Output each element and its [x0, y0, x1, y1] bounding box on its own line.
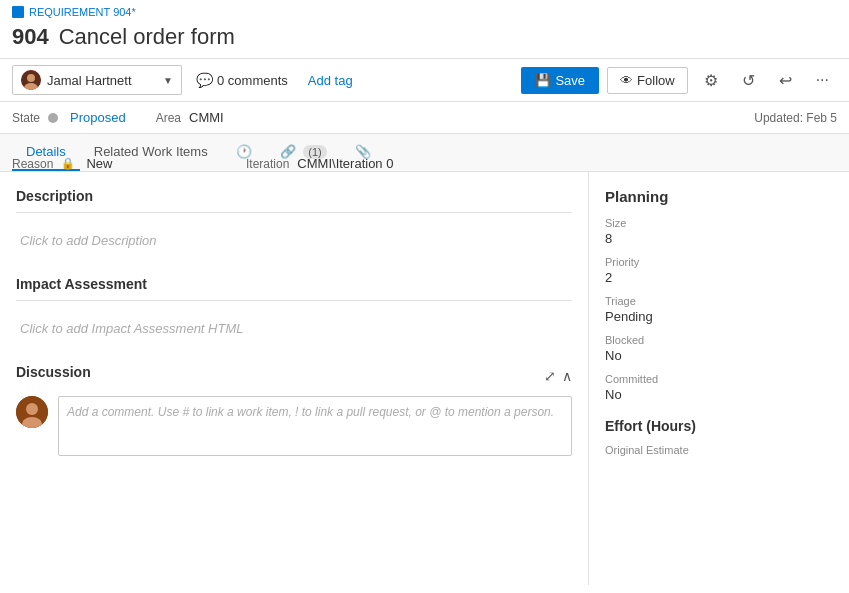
state-value: Proposed — [70, 110, 126, 125]
area-field: Area CMMI — [156, 110, 224, 125]
breadcrumb: REQUIREMENT 904* — [12, 0, 837, 20]
original-estimate-label: Original Estimate — [605, 444, 833, 456]
save-icon: 💾 — [535, 73, 551, 88]
state-label: State — [12, 111, 40, 125]
blocked-field: Blocked No — [605, 334, 833, 363]
discussion-icons: ⤢ ∧ — [544, 368, 572, 384]
eye-icon: 👁 — [620, 73, 633, 88]
comments-count: 0 comments — [217, 73, 288, 88]
description-section: Description Click to add Description — [16, 188, 572, 256]
iteration-label: Iteration — [246, 157, 289, 171]
committed-value: No — [605, 387, 833, 402]
avatar — [21, 70, 41, 90]
area-label: Area — [156, 111, 181, 125]
add-tag-button[interactable]: Add tag — [302, 69, 359, 92]
toolbar: Jamal Hartnett ▼ 💬 0 comments Add tag 💾 … — [0, 59, 849, 102]
assigned-to-select[interactable]: Jamal Hartnett ▼ — [12, 65, 182, 95]
impact-divider — [16, 300, 572, 301]
lock-icon: 🔒 — [61, 157, 75, 170]
requirement-icon — [12, 6, 24, 18]
committed-label: Committed — [605, 373, 833, 385]
title-row: 904 Cancel order form — [12, 20, 837, 58]
reason-field: Reason 🔒 New — [12, 156, 112, 171]
discussion-header: Discussion ⤢ ∧ — [16, 364, 572, 388]
comment-placeholder: Add a comment. Use # to link a work item… — [67, 405, 554, 419]
settings-button[interactable]: ⚙ — [696, 66, 726, 95]
dropdown-arrow-icon: ▼ — [163, 75, 173, 86]
size-value: 8 — [605, 231, 833, 246]
undo-icon: ↩ — [779, 72, 792, 89]
right-panel: Planning Size 8 Priority 2 Triage Pendin… — [589, 172, 849, 585]
main-content: Description Click to add Description Imp… — [0, 172, 849, 585]
work-item-id: 904 — [12, 24, 49, 50]
undo-button[interactable]: ↩ — [771, 66, 800, 95]
discussion-title: Discussion — [16, 364, 91, 380]
breadcrumb-text: REQUIREMENT 904* — [29, 6, 136, 18]
planning-title: Planning — [605, 188, 833, 205]
blocked-label: Blocked — [605, 334, 833, 346]
state-dot — [48, 113, 58, 123]
impact-section: Impact Assessment Click to add Impact As… — [16, 276, 572, 344]
reason-label: Reason — [12, 157, 53, 171]
impact-placeholder[interactable]: Click to add Impact Assessment HTML — [16, 313, 572, 344]
triage-field: Triage Pending — [605, 295, 833, 324]
description-placeholder[interactable]: Click to add Description — [16, 225, 572, 256]
gear-icon: ⚙ — [704, 72, 718, 89]
more-icon: ··· — [816, 71, 829, 88]
description-divider — [16, 212, 572, 213]
expand-discussion-button[interactable]: ⤢ — [544, 368, 556, 384]
tabs-row: Details Related Work Items 🕐 🔗 (1) 📎 — [0, 134, 849, 172]
follow-label: Follow — [637, 73, 675, 88]
follow-button[interactable]: 👁 Follow — [607, 67, 688, 94]
comment-input[interactable]: Add a comment. Use # to link a work item… — [58, 396, 572, 456]
refresh-icon: ↺ — [742, 72, 755, 89]
committed-field: Committed No — [605, 373, 833, 402]
priority-value: 2 — [605, 270, 833, 285]
user-avatar — [16, 396, 48, 428]
svg-point-1 — [27, 74, 35, 82]
discussion-section: Discussion ⤢ ∧ Add a comment. Use # to l… — [16, 364, 572, 456]
impact-title: Impact Assessment — [16, 276, 572, 292]
effort-title: Effort (Hours) — [605, 418, 833, 434]
more-options-button[interactable]: ··· — [808, 66, 837, 94]
blocked-value: No — [605, 348, 833, 363]
left-panel: Description Click to add Description Imp… — [0, 172, 589, 585]
size-field: Size 8 — [605, 217, 833, 246]
iteration-field: Iteration CMMI\Iteration 0 — [246, 156, 393, 171]
comments-button[interactable]: 💬 0 comments — [190, 68, 294, 92]
save-label: Save — [555, 73, 585, 88]
iteration-value: CMMI\Iteration 0 — [297, 156, 393, 171]
state-row: State Proposed Area CMMI Updated: Feb 5 … — [0, 102, 849, 134]
assigned-name: Jamal Hartnett — [47, 73, 159, 88]
updated-text: Updated: Feb 5 — [754, 111, 837, 125]
priority-field: Priority 2 — [605, 256, 833, 285]
collapse-discussion-button[interactable]: ∧ — [562, 368, 572, 384]
work-item-title: Cancel order form — [59, 24, 235, 50]
state-field: State Proposed — [12, 110, 126, 125]
discussion-input-area: Add a comment. Use # to link a work item… — [16, 396, 572, 456]
area-value: CMMI — [189, 110, 224, 125]
comment-icon: 💬 — [196, 72, 213, 88]
svg-point-4 — [26, 403, 38, 415]
refresh-button[interactable]: ↺ — [734, 66, 763, 95]
planning-fields: Size 8 Priority 2 Triage Pending Blocked… — [605, 217, 833, 402]
triage-label: Triage — [605, 295, 833, 307]
triage-value: Pending — [605, 309, 833, 324]
description-title: Description — [16, 188, 572, 204]
priority-label: Priority — [605, 256, 833, 268]
reason-value: New — [86, 156, 112, 171]
size-label: Size — [605, 217, 833, 229]
save-button[interactable]: 💾 Save — [521, 67, 599, 94]
